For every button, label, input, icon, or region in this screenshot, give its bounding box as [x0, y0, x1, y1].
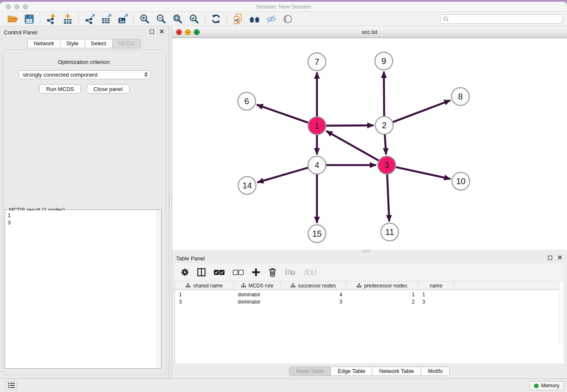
graph-edge-2-8[interactable]	[393, 100, 451, 122]
result-line: 3	[6, 219, 161, 226]
mcds-result-list[interactable]: 13	[6, 210, 161, 368]
tab-style[interactable]: Style	[60, 39, 85, 48]
control-panel-title: Control Panel	[4, 29, 37, 36]
table-scrollbar[interactable]	[559, 282, 564, 343]
export-network-icon[interactable]	[84, 13, 95, 25]
graph-edge-1-2[interactable]	[326, 125, 374, 126]
main-window: Session: New Session	[0, 2, 567, 392]
mcds-result-group: MCDS result (2 nodes) 13	[5, 210, 162, 369]
close-panel-icon[interactable]: ✕	[557, 256, 563, 260]
graph-edge-2-9[interactable]	[384, 72, 384, 116]
column-header-shared-name[interactable]: shared name	[175, 282, 234, 290]
graph-node-14[interactable]: 14	[238, 177, 256, 194]
column-header-successor-nodes[interactable]: successor nodes	[281, 282, 346, 290]
show-all-icon[interactable]	[282, 13, 293, 25]
splitter-grip[interactable]	[169, 197, 172, 205]
graph-edge-4-14[interactable]	[257, 168, 308, 182]
tab-edge-table[interactable]: Edge Table	[330, 367, 372, 376]
select-chevrons-icon	[144, 72, 148, 77]
table-row[interactable]: 1dominator411	[175, 291, 564, 298]
svg-text:7: 7	[314, 57, 319, 66]
table-row[interactable]: 3dominator323	[175, 298, 564, 305]
zoom-in-icon[interactable]	[139, 13, 150, 25]
first-neighbors-icon[interactable]	[249, 13, 260, 25]
function-builder-icon[interactable]: f(x)	[304, 267, 316, 278]
search-input[interactable]	[451, 16, 560, 22]
criterion-select[interactable]: strongly connected component	[19, 70, 151, 79]
export-image-icon[interactable]	[117, 13, 128, 25]
settings-gear-icon[interactable]	[181, 267, 189, 278]
graph-edge-1-6[interactable]	[257, 105, 308, 122]
graph-node-2[interactable]: 2	[375, 116, 393, 134]
graph-node-7[interactable]: 7	[308, 53, 326, 71]
import-table-icon[interactable]	[62, 13, 73, 25]
result-scrollbar[interactable]	[157, 210, 161, 368]
tab-mcds[interactable]: MCDS	[112, 39, 141, 48]
search-box[interactable]	[440, 14, 563, 24]
minimize-window-icon[interactable]	[14, 4, 19, 9]
hierarchy-icon	[241, 283, 246, 288]
tab-motifs[interactable]: Motifs	[421, 367, 450, 376]
hierarchy-icon	[186, 283, 190, 288]
graph-node-10[interactable]: 10	[452, 172, 470, 190]
svg-text:3: 3	[384, 160, 389, 170]
zoom-fit-icon[interactable]	[172, 13, 183, 25]
graph-edge-3-11[interactable]	[387, 174, 389, 221]
refresh-layout-icon[interactable]	[210, 13, 222, 25]
close-panel-button[interactable]: Close panel	[87, 84, 129, 94]
node-table[interactable]: shared nameMCDS rolesuccessor nodesprede…	[175, 281, 564, 364]
hierarchy-icon	[357, 283, 361, 288]
tab-node-table[interactable]: Node Table	[289, 367, 331, 376]
network-close-icon[interactable]: x	[176, 29, 182, 35]
import-network-icon[interactable]	[45, 13, 57, 25]
clone-network-icon[interactable]	[232, 13, 244, 25]
graph-edge-3-10[interactable]	[396, 167, 450, 179]
toggle-panel-icon[interactable]	[197, 267, 206, 278]
network-canvas[interactable]: 7968124314101511	[172, 38, 567, 250]
graph-node-1[interactable]: 1	[308, 117, 326, 135]
graph-node-11[interactable]: 11	[381, 223, 399, 241]
zoom-selected-icon[interactable]	[188, 13, 200, 25]
network-graph[interactable]: 7968124314101511	[172, 38, 567, 250]
delete-column-icon[interactable]	[268, 267, 277, 278]
hide-selected-icon[interactable]	[265, 13, 277, 25]
add-column-icon[interactable]	[252, 267, 260, 278]
graph-node-6[interactable]: 6	[238, 92, 256, 110]
network-window-titlebar[interactable]: x – + scc.txt	[172, 26, 567, 38]
graph-node-3[interactable]: 3	[378, 156, 396, 174]
graph-node-4[interactable]: 4	[308, 156, 326, 174]
column-header-MCDS-role[interactable]: MCDS role	[234, 282, 281, 290]
tab-select[interactable]: Select	[85, 39, 113, 48]
graph-edge-3-1[interactable]	[326, 131, 379, 160]
graph-edge-2-3[interactable]	[385, 135, 386, 155]
float-panel-icon[interactable]	[548, 256, 552, 260]
table-header[interactable]: shared nameMCDS rolesuccessor nodesprede…	[175, 282, 564, 290]
table-body: 1dominator4113dominator323	[175, 291, 564, 305]
graph-node-15[interactable]: 15	[308, 225, 326, 243]
vertical-splitter[interactable]	[169, 26, 172, 378]
float-panel-icon[interactable]	[150, 30, 154, 34]
tab-network-table[interactable]: Network Table	[372, 367, 421, 376]
memory-button[interactable]: Memory	[529, 381, 564, 390]
graph-node-8[interactable]: 8	[451, 88, 469, 105]
export-table-icon[interactable]	[100, 13, 112, 25]
graph-node-9[interactable]: 9	[375, 52, 393, 70]
save-session-icon[interactable]	[23, 13, 35, 25]
zoom-window-icon[interactable]	[23, 4, 28, 9]
run-mcds-button[interactable]: Run MCDS	[39, 84, 81, 94]
close-panel-icon[interactable]: ✕	[159, 30, 165, 34]
tab-network[interactable]: Network	[28, 39, 61, 48]
svg-text:15: 15	[312, 229, 322, 238]
select-all-checkboxes-icon[interactable]	[214, 267, 225, 278]
zoom-out-icon[interactable]	[155, 13, 167, 25]
close-window-icon[interactable]	[6, 4, 11, 9]
task-history-button[interactable]	[6, 381, 17, 390]
delete-table-icon[interactable]	[285, 267, 296, 278]
column-header-predecessor-nodes[interactable]: predecessor nodes	[346, 282, 418, 290]
network-zoom-icon[interactable]: +	[194, 29, 200, 35]
network-minimize-icon[interactable]: –	[185, 29, 191, 35]
deselect-all-checkboxes-icon[interactable]	[233, 267, 244, 278]
column-header-name[interactable]: name	[418, 282, 454, 290]
table-cell: 4	[281, 292, 346, 298]
open-session-icon[interactable]	[7, 13, 18, 25]
